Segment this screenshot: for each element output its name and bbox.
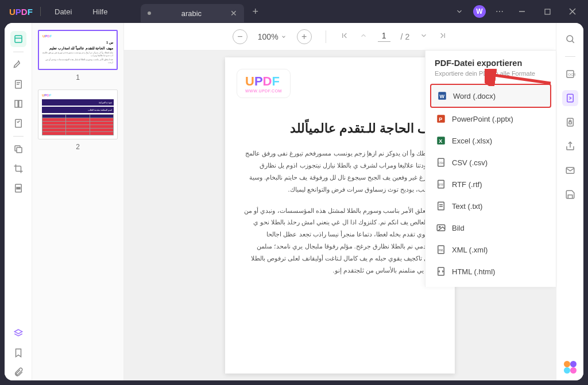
page-logo: UPDF WWW.UPDF.COM bbox=[237, 69, 291, 98]
thumbnails-tool-icon[interactable] bbox=[10, 31, 26, 47]
svg-text:CSV: CSV bbox=[439, 162, 444, 165]
tab-close-icon[interactable]: ✕ bbox=[230, 9, 237, 18]
workspace: UPDF س 1 مهف الحاجة للتقدم عالمياً للد ا… bbox=[5, 23, 583, 380]
annotate-tool-icon[interactable] bbox=[10, 76, 26, 92]
copy-tool-icon[interactable] bbox=[10, 141, 26, 157]
thumb-table-header: اسم المنظمة مقدمة الطلب bbox=[42, 107, 114, 113]
next-page-button[interactable] bbox=[420, 32, 428, 41]
ocr-icon[interactable]: OCR bbox=[562, 66, 578, 82]
image-icon bbox=[436, 223, 446, 233]
export-option-excel[interactable]: XExcel (.xlsx) bbox=[430, 130, 551, 151]
export-option-xml[interactable]: XMLXML (.xml) bbox=[430, 239, 551, 260]
export-icon[interactable] bbox=[562, 90, 578, 106]
export-option-label: Word (.docx) bbox=[453, 92, 496, 100]
right-toolbar: OCR bbox=[556, 23, 583, 380]
titlebar-extra-icon[interactable]: ⋯ bbox=[494, 6, 505, 17]
rail-separator bbox=[13, 52, 24, 52]
svg-rect-40 bbox=[567, 94, 573, 102]
chevron-down-icon bbox=[281, 34, 287, 40]
export-option-label: XML (.xml) bbox=[452, 246, 488, 254]
page-total: / 2 bbox=[401, 32, 410, 41]
new-tab-button[interactable]: + bbox=[252, 6, 258, 18]
svg-point-36 bbox=[567, 36, 573, 42]
svg-point-32 bbox=[439, 226, 440, 227]
form-tool-icon[interactable] bbox=[10, 115, 26, 131]
csv-icon: CSV bbox=[436, 157, 446, 168]
document-tab[interactable]: arabic ✕ bbox=[141, 4, 244, 22]
txt-icon bbox=[436, 201, 446, 211]
maximize-button[interactable] bbox=[539, 3, 556, 20]
protect-icon[interactable] bbox=[562, 114, 578, 130]
toolbar-separator bbox=[326, 30, 326, 43]
export-option-label: RTF (.rtf) bbox=[452, 180, 482, 189]
svg-line-37 bbox=[572, 41, 574, 43]
export-option-label: Text (.txt) bbox=[452, 202, 482, 211]
thumb-table bbox=[42, 114, 114, 135]
zoom-out-button[interactable]: − bbox=[233, 29, 247, 44]
tab-title: arabic bbox=[157, 9, 226, 18]
redact-tool-icon[interactable] bbox=[10, 180, 26, 196]
pages-tool-icon[interactable] bbox=[10, 96, 26, 112]
zoom-level[interactable]: 100% bbox=[258, 32, 287, 41]
email-icon[interactable] bbox=[562, 162, 578, 178]
svg-marker-15 bbox=[14, 329, 22, 334]
export-option-html[interactable]: HTML (.html) bbox=[430, 260, 551, 282]
attachment-icon[interactable] bbox=[10, 364, 26, 380]
document-heading: مهف الحاجة للـتقدم عالمياًللد bbox=[237, 121, 443, 136]
ppt-icon: P bbox=[436, 114, 446, 124]
page-logo-subtitle: WWW.UPDF.COM bbox=[245, 89, 282, 93]
menu-file[interactable]: Datei bbox=[44, 7, 82, 16]
thumb-table-header: نموذج الميزانية bbox=[42, 99, 114, 106]
thumb-text: عندنا يتعلق الأمر بناسب وسورم بالطلا لمش… bbox=[42, 59, 113, 64]
export-panel-title: PDF-Datei exportieren bbox=[435, 59, 547, 68]
minimize-button[interactable] bbox=[513, 3, 531, 20]
export-option-image[interactable]: Bild bbox=[430, 217, 551, 239]
thumbnail-page-1[interactable]: UPDF س 1 مهف الحاجة للتقدم عالمياً للد ا… bbox=[38, 30, 118, 70]
save-icon[interactable] bbox=[562, 186, 578, 203]
svg-text:OCR: OCR bbox=[568, 73, 575, 76]
thumbnail-page-2[interactable]: UPDF نموذج الميزانية اسم المنظمة مقدمة ا… bbox=[38, 90, 118, 139]
close-button[interactable] bbox=[564, 3, 581, 20]
export-option-label: CSV (.csv) bbox=[452, 158, 488, 167]
app-logo: UPDF bbox=[0, 7, 40, 17]
html-icon bbox=[436, 266, 446, 277]
main-area: − 100% + / 2 UPDF WWW.UPDF.COM مهف الحاج… bbox=[124, 23, 556, 380]
zoom-in-button[interactable]: + bbox=[297, 29, 312, 44]
svg-text:X: X bbox=[439, 138, 442, 144]
svg-rect-11 bbox=[15, 119, 21, 127]
rail-separator bbox=[565, 56, 575, 57]
search-icon[interactable] bbox=[562, 31, 578, 47]
titlebar-right: W ⋯ bbox=[454, 3, 588, 20]
export-option-ppt[interactable]: PPowerPoint (.pptx) bbox=[430, 108, 551, 130]
share-icon[interactable] bbox=[562, 138, 578, 154]
export-option-word[interactable]: WWord (.docx) bbox=[430, 84, 551, 108]
svg-rect-1 bbox=[545, 9, 550, 14]
word-icon: W bbox=[437, 91, 447, 101]
updf-flower-icon[interactable] bbox=[564, 361, 577, 374]
last-page-button[interactable] bbox=[438, 31, 447, 42]
highlighter-tool-icon[interactable] bbox=[10, 57, 26, 73]
page-number-input[interactable] bbox=[378, 31, 390, 42]
document-paragraph: ملح لفطك وأ ان يدوكز نم ازهإ زجم يونسب م… bbox=[237, 147, 443, 196]
svg-text:P: P bbox=[439, 116, 442, 122]
svg-text:XML: XML bbox=[439, 249, 444, 252]
menu-help[interactable]: Hilfe bbox=[82, 7, 118, 16]
export-option-csv[interactable]: CSVCSV (.csv) bbox=[430, 151, 551, 173]
bookmark-icon[interactable] bbox=[10, 345, 26, 361]
thumb-subtitle: مهف الحاجة للتقدم عالمياً للد اسةارب تعل… bbox=[42, 46, 113, 50]
thumb-text: ملح لفطك وأ ان يدوكز نم ازهإ زجم يونسب م… bbox=[42, 52, 113, 57]
first-page-button[interactable] bbox=[340, 31, 349, 42]
excel-icon: X bbox=[436, 135, 446, 146]
user-avatar[interactable]: W bbox=[473, 5, 486, 18]
svg-rect-14 bbox=[17, 188, 20, 189]
prev-page-button[interactable] bbox=[359, 32, 368, 41]
export-option-label: Excel (.xlsx) bbox=[452, 137, 492, 145]
crop-tool-icon[interactable] bbox=[10, 161, 26, 177]
thumb-title: س 1 bbox=[42, 40, 113, 44]
tab-dropdown-icon[interactable] bbox=[454, 6, 465, 17]
export-option-txt[interactable]: Text (.txt) bbox=[430, 195, 551, 217]
document-page: UPDF WWW.UPDF.COM مهف الحاجة للـتقدم عال… bbox=[225, 57, 455, 374]
layers-icon[interactable] bbox=[10, 325, 26, 341]
export-option-rtf[interactable]: RTFRTF (.rtf) bbox=[430, 173, 551, 195]
thumbnail-panel: UPDF س 1 مهف الحاجة للتقدم عالمياً للد ا… bbox=[32, 23, 124, 380]
